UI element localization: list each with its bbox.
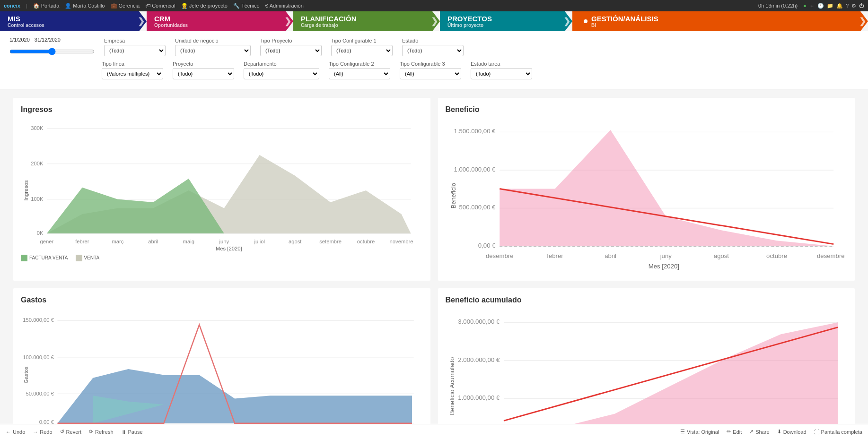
svg-text:1.500.000,00 €: 1.500.000,00 € [454,128,496,135]
proyecto-select[interactable]: (Todo) [173,68,234,79]
top-bar: coneix | 🏠 Portada 👤 María Castillo 💼 Ge… [0,0,868,11]
ingresos-title: Ingresos [21,105,423,114]
estado-select[interactable]: (Todo) [402,45,464,56]
nav-mis-sublabel: Control accesos [8,23,44,28]
plus-icon[interactable]: ＋ [809,2,815,9]
nav-crm-arrow: ❯ [284,16,291,26]
nav-crm-sublabel: Oportunidades [154,23,188,28]
nav-mis-label: MIS [8,15,44,23]
tipo-conf1-label: Tipo Configurable 1 [331,38,393,43]
unidad-filter: Unidad de negocio (Todo) [175,38,251,56]
beneficio-acumulado-title: Beneficio acumulado [446,296,848,304]
nav-planificacion[interactable]: PLANIFICACIÓN Carga de trabajo ❯ [293,11,440,31]
revert-button[interactable]: ↺ Revert [60,429,81,435]
estado-label: Estado [402,38,464,43]
tipo-conf2-filter: Tipo Configurable 2 (All) [329,61,390,79]
redo-button[interactable]: → Redo [33,429,52,435]
timer: 0h 13min (0.22h) [758,3,798,9]
legend-factura-venta: FACTURA VENTA [21,255,68,261]
nav-crm-label: CRM [154,15,188,23]
circle-green-icon: ● [803,3,807,9]
topnav-user[interactable]: 👤 María Castillo [65,3,105,9]
left-actions: ← Undo → Redo ↺ Revert ⟳ Refresh ⏸ Pause [6,429,143,435]
topnav-jefe[interactable]: 👷 Jefe de proyecto [181,3,228,9]
estado-tarea-select[interactable]: (Todo) [471,68,532,79]
svg-text:0,00 €: 0,00 € [478,242,495,249]
legend-venta: VENTA [76,255,100,261]
svg-marker-33 [500,130,833,246]
empresa-filter: Empresa (Todo) [104,38,166,56]
svg-text:1.000.000,00 €: 1.000.000,00 € [454,166,496,173]
undo-icon: ← [6,429,11,435]
gear-icon[interactable]: ⚙ [851,3,856,9]
empresa-label: Empresa [104,38,166,43]
svg-text:novembre: novembre [390,239,413,244]
date-range-filter: 1/1/2020 31/12/2020 [9,37,95,57]
unidad-select[interactable]: (Todo) [175,45,251,56]
svg-text:100.000,00 €: 100.000,00 € [23,354,54,360]
refresh-icon: ⟳ [89,429,93,435]
redo-label: Redo [40,429,52,435]
ingresos-panel: Ingresos 300K 200K 100K 0K Ingresos [13,98,430,281]
topnav-gerencia[interactable]: 💼 Gerencia [111,3,140,9]
empresa-select[interactable]: (Todo) [104,45,166,56]
tipo-linea-label: Tipo línea [102,61,163,67]
tipo-conf2-select[interactable]: (All) [329,68,390,79]
svg-text:octubre: octubre [357,239,375,244]
pantalla-button[interactable]: ⛶ Pantalla completa [814,429,862,435]
legend-factura-venta-color [21,255,27,261]
gastos-chart: 150.000,00 € 100.000,00 € 50.000,00 € 0,… [21,310,423,439]
nav-gest-arrow: ❯ [859,16,866,26]
folder-icon[interactable]: 📁 [827,3,833,9]
question-icon[interactable]: ? [846,3,849,9]
edit-button[interactable]: ✏ Edit [727,429,742,435]
pantalla-icon: ⛶ [814,429,819,435]
tipo-conf2-label: Tipo Configurable 2 [329,61,390,67]
svg-text:Gastos: Gastos [23,366,29,383]
tipo-linea-select[interactable]: (Valores múltiples) [102,68,163,79]
topnav-comercial[interactable]: 🏷 Comercial [145,3,175,9]
topnav-admin[interactable]: € Administración [265,3,304,9]
tipo-proyecto-select[interactable]: (Todo) [260,45,322,56]
pantalla-label: Pantalla completa [821,429,862,435]
ingresos-legend: FACTURA VENTA VENTA [21,255,423,261]
topnav-portada[interactable]: 🏠 Portada [33,3,60,9]
download-button[interactable]: ⬇ Download [777,429,807,435]
tipo-conf3-select[interactable]: (All) [400,68,461,79]
svg-text:500.000,00 €: 500.000,00 € [459,204,496,211]
gastos-svg: 150.000,00 € 100.000,00 € 50.000,00 € 0,… [21,310,423,439]
power-icon[interactable]: ⏻ [859,3,864,9]
svg-text:Beneficio Acumulado: Beneficio Acumulado [448,357,455,415]
beneficio-acumulado-svg: 3.000.000,00 € 2.000.000,00 € 1.000.000,… [446,310,848,439]
brand-logo[interactable]: coneix [4,3,20,9]
share-button[interactable]: ↗ Share [749,429,769,435]
main-nav: MIS Control accesos ❯ CRM Oportunidades … [0,11,868,31]
nav-crm[interactable]: CRM Oportunidades ❯ [147,11,293,31]
revert-icon: ↺ [60,429,64,435]
svg-text:agost: agost [713,252,729,259]
nav-mis[interactable]: MIS Control accesos ❯ [0,11,147,31]
top-icons: ● ＋ 🕐 📁 🔔 ? ⚙ ⏻ [803,2,864,9]
tipo-conf1-select[interactable]: (Todo) [331,45,393,56]
pause-button[interactable]: ⏸ Pause [121,429,143,435]
svg-text:100K: 100K [31,196,44,202]
gastos-title: Gastos [21,296,423,304]
topnav-tecnico[interactable]: 🔧 Técnico [233,3,260,9]
bell-icon[interactable]: 🔔 [836,3,843,9]
vista-icon: ☰ [680,429,685,435]
legend-venta-color [76,255,82,261]
legend-factura-venta-label: FACTURA VENTA [29,255,68,260]
nav-proyectos[interactable]: PROYECTOS Último proyecto ❯ [440,11,572,31]
nav-gest-label: GESTIÓN/ANÁLISIS [591,15,658,23]
svg-text:maig: maig [183,239,194,244]
nav-gestion[interactable]: GESTIÓN/ANÁLISIS BI ❯ [572,11,868,31]
svg-text:juliol: juliol [254,239,264,244]
nav-plan-sublabel: Carga de trabajo [301,23,357,28]
vista-label: Vista: Original [687,429,719,435]
undo-button[interactable]: ← Undo [6,429,25,435]
clock-icon[interactable]: 🕐 [817,3,824,9]
vista-button[interactable]: ☰ Vista: Original [680,429,719,435]
refresh-button[interactable]: ⟳ Refresh [89,429,114,435]
date-slider[interactable] [9,46,95,57]
departamento-select[interactable]: (Todo) [244,68,319,79]
